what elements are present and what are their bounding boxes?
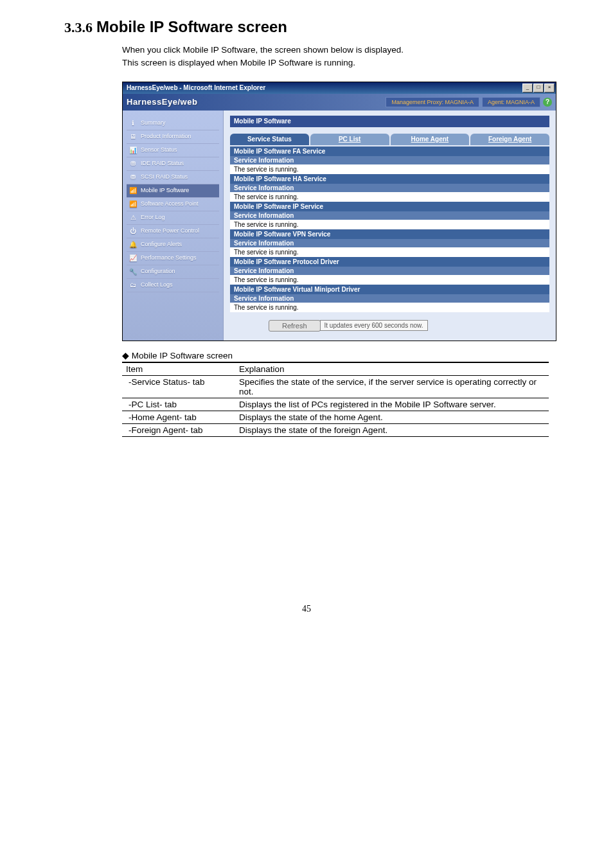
sidebar-item-scsi-raid-status-icon: ⛃ <box>128 173 138 182</box>
page-number: 45 <box>64 604 549 614</box>
management-proxy-box: Management Proxy: MAGNIA-A <box>386 97 479 107</box>
intro-line: This screen is displayed when Mobile IP … <box>122 57 549 69</box>
sidebar-item-configure-alerts[interactable]: 🔔Configure Alerts <box>127 238 219 252</box>
tab-home-agent[interactable]: Home Agent <box>391 134 470 145</box>
sidebar-item-configuration[interactable]: 🔧Configuration <box>127 265 219 279</box>
service-name: Mobile IP Software HA Service <box>230 174 549 184</box>
section-title: Mobile IP Software screen <box>96 18 287 35</box>
sidebar-item-sensor-status-icon: 📊 <box>128 146 138 155</box>
refresh-button[interactable]: Refresh <box>269 320 321 332</box>
section-number: 3.3.6 <box>64 19 93 35</box>
service-block: Mobile IP Software FA ServiceService Inf… <box>230 146 549 174</box>
sidebar-item-label: Error Log <box>141 215 165 221</box>
sidebar-item-error-log[interactable]: ⚠Error Log <box>127 211 219 225</box>
help-icon[interactable]: ? <box>543 98 552 107</box>
app-logo: HarnessEye/web <box>127 97 197 107</box>
service-status-text: The service is running. <box>230 192 549 202</box>
service-info-label: Service Information <box>230 184 549 192</box>
table-cell-item: -Foreign Agent- tab <box>122 423 235 436</box>
table-row: -Service Status- tabSpecifies the state … <box>122 375 549 398</box>
service-status-text: The service is running. <box>230 275 549 285</box>
sidebar-item-ide-raid-status-icon: ⛃ <box>128 159 138 168</box>
sidebar-item-performance-settings[interactable]: 📈Performance Settings <box>127 252 219 265</box>
table-cell-item: -Service Status- tab <box>122 375 235 398</box>
tab-bar: Service StatusPC ListHome AgentForeign A… <box>230 134 549 145</box>
sidebar-item-label: Sensor Status <box>141 147 177 154</box>
service-status-text: The service is running. <box>230 303 549 312</box>
tab-label: PC List <box>339 136 360 143</box>
section-heading: 3.3.6 Mobile IP Software screen <box>64 18 549 36</box>
tab-service-status[interactable]: Service Status <box>230 134 309 145</box>
tab-label: Foreign Agent <box>488 136 531 143</box>
tab-label: Home Agent <box>411 136 449 143</box>
service-block: Mobile IP Software VPN ServiceService In… <box>230 229 549 257</box>
sidebar-item-label: Performance Settings <box>141 255 197 261</box>
table-row: -Foreign Agent- tabDisplays the state of… <box>122 423 549 436</box>
service-info-label: Service Information <box>230 267 549 275</box>
sidebar-item-scsi-raid-status[interactable]: ⛃SCSI RAID Status <box>127 171 219 184</box>
sidebar-item-sensor-status[interactable]: 📊Sensor Status <box>127 144 219 157</box>
sidebar-item-configuration-icon: 🔧 <box>128 267 138 276</box>
service-status-text: The service is running. <box>230 164 549 174</box>
close-button[interactable]: × <box>544 84 555 93</box>
sidebar-item-label: Configure Alerts <box>141 242 182 248</box>
table-cell-item: -PC List- tab <box>122 398 235 411</box>
explanation-table: Item Explanation -Service Status- tabSpe… <box>122 362 549 437</box>
table-cell-explanation: Displays the state of the home Agent. <box>235 411 549 423</box>
sidebar-item-software-access-point-icon: 📶 <box>128 200 138 209</box>
table-caption: ◆ Mobile IP Software screen <box>122 350 549 360</box>
service-block: Mobile IP Software IP ServiceService Inf… <box>230 202 549 229</box>
sidebar-item-remote-power-control-icon: ⏻ <box>128 227 138 236</box>
service-info-label: Service Information <box>230 156 549 164</box>
sidebar-item-mobile-ip-software[interactable]: 📶Mobile IP Software <box>127 184 219 198</box>
table-cell-explanation: Displays the list of PCs registered in t… <box>235 398 549 411</box>
service-block: Mobile IP Software Protocol DriverServic… <box>230 257 549 285</box>
content-title: Mobile IP Software <box>230 116 549 127</box>
sidebar-item-summary[interactable]: ℹSummary <box>127 117 219 130</box>
table-cell-explanation: Displays the state of the foreign Agent. <box>235 423 549 436</box>
sidebar-item-label: Configuration <box>141 269 175 275</box>
col-header-item: Item <box>122 362 235 376</box>
sidebar-item-label: Remote Power Control <box>141 228 199 235</box>
service-info-label: Service Information <box>230 294 549 303</box>
refresh-note: It updates every 600 seconds now. <box>320 320 428 331</box>
sidebar: ℹSummary🖥Product Information📊Sensor Stat… <box>123 111 224 341</box>
service-name: Mobile IP Software VPN Service <box>230 229 549 239</box>
sidebar-item-label: Summary <box>141 120 166 127</box>
tab-label: Service Status <box>247 136 292 143</box>
sidebar-item-collect-logs[interactable]: 🗂Collect Logs <box>127 279 219 292</box>
sidebar-item-configure-alerts-icon: 🔔 <box>128 240 138 249</box>
intro-text: When you click Mobile IP Software, the s… <box>122 44 549 70</box>
sidebar-item-label: Collect Logs <box>141 282 173 288</box>
service-status-text: The service is running. <box>230 220 549 229</box>
sidebar-item-label: IDE RAID Status <box>141 161 184 167</box>
table-row: -Home Agent- tabDisplays the state of th… <box>122 411 549 423</box>
sidebar-item-summary-icon: ℹ <box>128 119 138 128</box>
maximize-button[interactable]: □ <box>533 84 544 93</box>
sidebar-item-product-information[interactable]: 🖥Product Information <box>127 130 219 144</box>
service-block: Mobile IP Software Virtual Miniport Driv… <box>230 285 549 312</box>
sidebar-item-performance-settings-icon: 📈 <box>128 254 138 263</box>
sidebar-item-label: SCSI RAID Status <box>141 174 188 181</box>
table-cell-explanation: Specifies the state of the service, if t… <box>235 375 549 398</box>
table-row: -PC List- tabDisplays the list of PCs re… <box>122 398 549 411</box>
service-name: Mobile IP Software Virtual Miniport Driv… <box>230 285 549 294</box>
sidebar-item-label: Product Information <box>141 134 191 140</box>
service-block: Mobile IP Software HA ServiceService Inf… <box>230 174 549 202</box>
sidebar-item-software-access-point[interactable]: 📶Software Access Point <box>127 198 219 211</box>
sidebar-item-mobile-ip-software-icon: 📶 <box>128 186 138 195</box>
service-status-text: The service is running. <box>230 247 549 257</box>
app-header: HarnessEye/web Management Proxy: MAGNIA-… <box>123 94 556 111</box>
sidebar-item-error-log-icon: ⚠ <box>128 213 138 222</box>
tab-pc-list[interactable]: PC List <box>310 134 389 145</box>
tab-foreign-agent[interactable]: Foreign Agent <box>470 134 549 145</box>
sidebar-item-remote-power-control[interactable]: ⏻Remote Power Control <box>127 225 219 238</box>
service-status-panel: Mobile IP Software FA ServiceService Inf… <box>230 146 549 312</box>
minimize-button[interactable]: _ <box>522 84 533 93</box>
ie-titlebar: HarnessEye/web - Microsoft Internet Expl… <box>123 82 556 94</box>
sidebar-item-label: Mobile IP Software <box>141 188 189 194</box>
sidebar-item-ide-raid-status[interactable]: ⛃IDE RAID Status <box>127 157 219 171</box>
service-name: Mobile IP Software IP Service <box>230 202 549 211</box>
content-panel: Mobile IP Software Service StatusPC List… <box>224 111 556 341</box>
intro-line: When you click Mobile IP Software, the s… <box>122 44 549 57</box>
